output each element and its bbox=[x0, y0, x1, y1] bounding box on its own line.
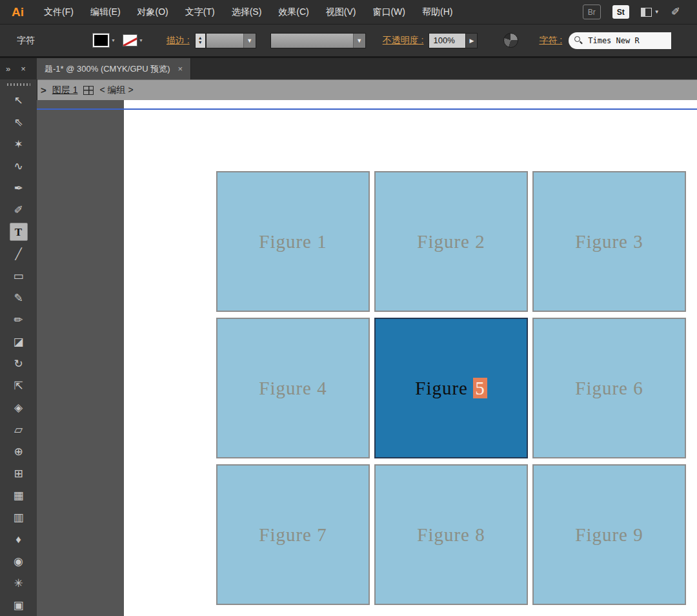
figure-tile[interactable]: Figure 9 bbox=[532, 464, 686, 605]
bridge-button[interactable]: Br bbox=[583, 5, 601, 19]
menu-bar: Ai 文件(F)编辑(E)对象(O)文字(T)选择(S)效果(C)视图(V)窗口… bbox=[0, 0, 697, 25]
variable-width-profile-dropdown[interactable]: ▼ bbox=[270, 33, 366, 48]
stroke-panel-link[interactable]: 描边 : bbox=[167, 35, 190, 46]
menu-item[interactable]: 视图(V) bbox=[318, 0, 365, 24]
document-tab[interactable]: 题-1* @ 300% (CMYK/GPU 预览) × bbox=[37, 58, 191, 79]
figure-tile[interactable]: Figure 6 bbox=[532, 318, 686, 458]
menu-bar-right: Br St ▼ ✐ bbox=[583, 5, 691, 19]
gradient-tool[interactable]: ▥ bbox=[0, 506, 37, 528]
lasso-tool-icon: ∿ bbox=[14, 161, 23, 172]
figure-label-text: Figure bbox=[415, 378, 473, 398]
lasso-tool[interactable]: ∿ bbox=[0, 155, 37, 177]
figure-tile[interactable]: Figure 5 bbox=[374, 318, 528, 458]
artboard-tool[interactable]: ▣ bbox=[0, 594, 37, 616]
menu-item[interactable]: 选择(S) bbox=[223, 0, 270, 24]
figure-tile[interactable]: Figure 4 bbox=[216, 318, 370, 458]
menu-item[interactable]: 文件(F) bbox=[35, 0, 82, 24]
selection-tool[interactable]: ↖ bbox=[0, 89, 37, 111]
eraser-tool-icon: ◪ bbox=[13, 336, 23, 347]
menu-item[interactable]: 效果(C) bbox=[270, 0, 317, 24]
mesh-tool[interactable]: ▦ bbox=[0, 484, 37, 506]
layer-link[interactable]: 图层 1 bbox=[52, 85, 78, 96]
direct-selection-tool[interactable]: ⇖ bbox=[0, 111, 37, 133]
shape-builder-tool[interactable]: ⊕ bbox=[0, 440, 37, 462]
symbol-sprayer-tool-icon: ✳ bbox=[14, 578, 23, 589]
curvature-tool[interactable]: ✐ bbox=[0, 199, 37, 221]
pen-tool-icon: ✒ bbox=[14, 183, 23, 194]
rotate-tool[interactable]: ↻ bbox=[0, 353, 37, 375]
magic-wand-tool-icon: ✶ bbox=[14, 139, 23, 150]
magic-wand-tool[interactable]: ✶ bbox=[0, 133, 37, 155]
stroke-color-control[interactable]: ▼ bbox=[123, 35, 143, 46]
figure-tile[interactable]: Figure 1 bbox=[216, 171, 370, 312]
curvature-tool-icon: ✐ bbox=[14, 205, 23, 216]
width-tool[interactable]: ◈ bbox=[0, 396, 37, 418]
mesh-tool-icon: ▦ bbox=[13, 490, 23, 501]
fill-color-control[interactable]: ▼ bbox=[93, 34, 116, 47]
stock-button[interactable]: St bbox=[612, 5, 629, 19]
menu-item[interactable]: 帮助(H) bbox=[414, 0, 461, 24]
menu-item[interactable]: 编辑(E) bbox=[82, 0, 129, 24]
stroke-weight-stepper[interactable]: ▲ ▼ bbox=[195, 33, 206, 48]
selection-tool-icon: ↖ bbox=[14, 95, 23, 106]
recolor-artwork-icon[interactable] bbox=[503, 33, 518, 48]
symbol-sprayer-tool[interactable]: ✳ bbox=[0, 572, 37, 594]
chevron-down-icon: ▼ bbox=[654, 9, 660, 15]
rotate-tool-icon: ↻ bbox=[14, 358, 23, 369]
rectangle-tool-icon: ▭ bbox=[13, 271, 23, 282]
artboard-tool-icon: ▣ bbox=[13, 600, 23, 611]
tools-panel-grip[interactable] bbox=[0, 79, 37, 89]
line-segment-tool[interactable]: ╱ bbox=[0, 243, 37, 265]
app-logo: Ai bbox=[12, 5, 24, 19]
perspective-grid-tool[interactable]: ⊞ bbox=[0, 462, 37, 484]
figure-label: Figure 4 bbox=[259, 378, 327, 399]
type-tool[interactable]: T bbox=[0, 221, 37, 243]
stroke-weight-dropdown[interactable]: ▼ bbox=[206, 33, 256, 48]
paintbrush-tool[interactable]: ✎ bbox=[0, 287, 37, 309]
opacity-control: ▶ bbox=[429, 33, 478, 48]
character-panel-label: 字符 bbox=[17, 35, 93, 46]
scale-tool[interactable]: ⇱ bbox=[0, 375, 37, 396]
eyedropper-tool-icon: ♦ bbox=[15, 534, 21, 545]
figure-tile[interactable]: Figure 8 bbox=[374, 464, 528, 605]
character-panel-link[interactable]: 字符 : bbox=[539, 35, 562, 46]
menu-item[interactable]: 文字(T) bbox=[177, 0, 223, 24]
figure-tile[interactable]: Figure 3 bbox=[532, 171, 686, 312]
menu-item[interactable]: 窗口(W) bbox=[364, 0, 414, 24]
expand-panels-button[interactable]: » bbox=[6, 64, 10, 74]
menu-items: 文件(F)编辑(E)对象(O)文字(T)选择(S)效果(C)视图(V)窗口(W)… bbox=[35, 0, 461, 24]
tools-panel: ↖⇖✶∿✒✐T╱▭✎✏◪↻⇱◈▱⊕⊞▦▥♦◉✳▣ bbox=[0, 79, 37, 616]
horizontal-guide bbox=[37, 108, 697, 110]
free-transform-tool[interactable]: ▱ bbox=[0, 418, 37, 440]
figure-label: Figure 2 bbox=[417, 231, 485, 252]
font-search-box[interactable] bbox=[569, 32, 671, 49]
eyedropper-tool[interactable]: ♦ bbox=[0, 528, 37, 550]
opacity-input[interactable] bbox=[429, 33, 466, 48]
chevron-down-icon: ▼ bbox=[111, 38, 116, 43]
blend-tool[interactable]: ◉ bbox=[0, 550, 37, 572]
menu-item[interactable]: 对象(O) bbox=[129, 0, 177, 24]
figure-label: Figure 1 bbox=[259, 231, 327, 252]
brush-icon[interactable]: ✐ bbox=[671, 5, 680, 19]
rectangle-tool[interactable]: ▭ bbox=[0, 265, 37, 287]
pen-tool[interactable]: ✒ bbox=[0, 177, 37, 199]
free-transform-tool-icon: ▱ bbox=[14, 424, 23, 435]
stepper-down-icon[interactable]: ▼ bbox=[198, 41, 203, 45]
eraser-tool[interactable]: ◪ bbox=[0, 331, 37, 353]
workspace-switcher[interactable]: ▼ bbox=[641, 8, 660, 17]
workspace-icon bbox=[641, 8, 652, 17]
chevron-down-icon: ▼ bbox=[353, 34, 365, 48]
figure-tile[interactable]: Figure 2 bbox=[374, 171, 528, 312]
pencil-tool[interactable]: ✏ bbox=[0, 309, 37, 331]
opacity-slider-button[interactable]: ▶ bbox=[466, 33, 478, 48]
group-icon[interactable] bbox=[83, 86, 94, 95]
close-panel-icon[interactable]: × bbox=[21, 64, 26, 74]
figure-grid: Figure 1Figure 2Figure 3Figure 4Figure 5… bbox=[216, 171, 686, 605]
control-bar: 字符 ▼ ▼ 描边 : ▲ ▼ ▼ ▼ 不透明度 : ▶ 字符 : bbox=[0, 25, 697, 58]
chevron-down-icon: ▼ bbox=[139, 38, 143, 43]
close-tab-icon[interactable]: × bbox=[178, 64, 183, 74]
figure-tile[interactable]: Figure 7 bbox=[216, 464, 370, 605]
font-name-input[interactable] bbox=[587, 36, 654, 46]
fill-swatch-icon bbox=[93, 34, 109, 47]
opacity-panel-link[interactable]: 不透明度 : bbox=[383, 35, 424, 46]
